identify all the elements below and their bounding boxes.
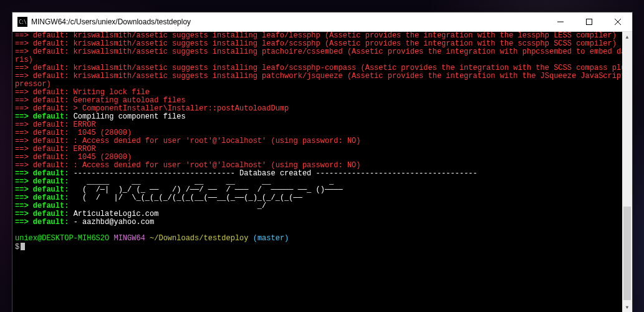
- close-button[interactable]: [603, 12, 632, 31]
- terminal-line: ==> default: kriswallsmith/assetic sugge…: [15, 48, 622, 56]
- scroll-down-button[interactable]: ▼: [622, 302, 632, 312]
- text-cursor: [21, 243, 25, 250]
- terminal-window: C:\ MINGW64:/c/Users/uniex/Downloads/tes…: [12, 12, 633, 312]
- prompt-user-host: uniex@DESKTOP-MIH6S2O: [15, 234, 109, 243]
- desktop-background: C:\ MINGW64:/c/Users/uniex/Downloads/tes…: [0, 0, 644, 312]
- prompt-branch: (master): [253, 234, 289, 243]
- scroll-up-button[interactable]: ▲: [622, 32, 632, 42]
- svg-rect-0: [587, 19, 592, 25]
- prompt-line: uniex@DESKTOP-MIH6S2O MINGW64 ~/Download…: [15, 235, 622, 243]
- minimize-button[interactable]: [546, 12, 575, 31]
- prompt-path: ~/Downloads/testdeploy: [150, 234, 248, 243]
- prompt-symbol: $: [15, 243, 19, 251]
- terminal-line: ==> default: kriswallsmith/assetic sugge…: [15, 72, 622, 80]
- terminal-line: ==> default: : Access denied for user 'r…: [15, 137, 622, 145]
- app-icon: C:\: [17, 17, 27, 27]
- vertical-scrollbar[interactable]: ▲ ▼: [622, 32, 632, 312]
- window-titlebar[interactable]: C:\ MINGW64:/c/Users/uniex/Downloads/tes…: [12, 12, 632, 32]
- maximize-button[interactable]: [575, 12, 603, 31]
- scroll-thumb[interactable]: [623, 207, 631, 300]
- prompt-mingw: MINGW64: [113, 234, 145, 243]
- window-title: MINGW64:/c/Users/uniex/Downloads/testdep…: [31, 17, 546, 26]
- terminal-line: ==> default: Compiling component files: [15, 113, 622, 121]
- prompt-input-line[interactable]: $: [15, 243, 622, 251]
- terminal-output: ==> default: kriswallsmith/assetic sugge…: [15, 32, 622, 312]
- terminal-viewport[interactable]: ==> default: kriswallsmith/assetic sugge…: [12, 32, 632, 312]
- window-controls: [546, 12, 632, 31]
- terminal-line: ==> default: - aazhbd@yahoo.com: [15, 218, 622, 227]
